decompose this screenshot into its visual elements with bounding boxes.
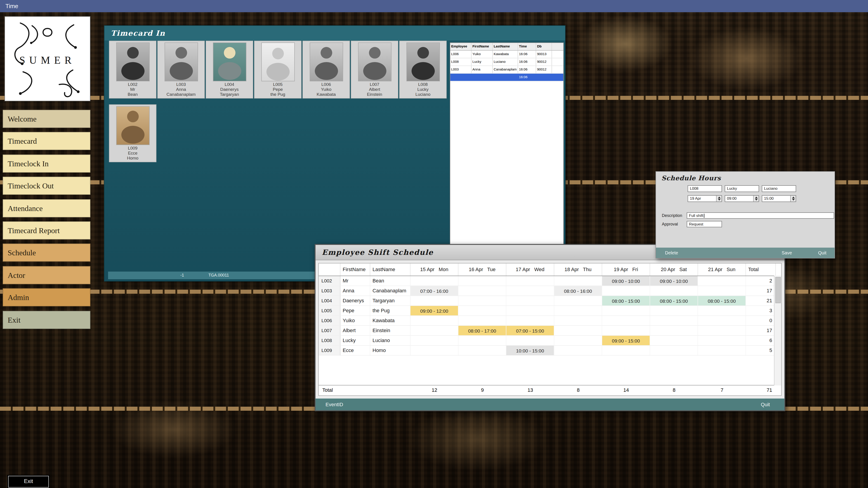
schedule-day-cell[interactable]	[506, 296, 554, 305]
schedule-column-header[interactable]: 19 Apr Fri	[602, 263, 650, 275]
shift-chip[interactable]: 09:00 - 15:00	[602, 336, 650, 345]
schedule-day-cell[interactable]	[458, 286, 506, 295]
schedule-row-header[interactable]: L007	[319, 326, 340, 335]
sidebar-item-welcome[interactable]: Welcome	[3, 110, 90, 128]
schedule-column-header[interactable]: LastName	[370, 263, 410, 275]
schedule-day-cell[interactable]: 08:00 - 15:00	[698, 296, 746, 305]
exit-button[interactable]: Exit	[8, 476, 49, 488]
log-column-header[interactable]: LastName	[493, 43, 518, 50]
spinner-up-down-icon[interactable]	[716, 196, 721, 201]
schedule-day-cell[interactable]: 08:00 - 17:00	[458, 326, 506, 335]
schedule-day-cell[interactable]	[650, 346, 698, 355]
spinner-up-down-icon[interactable]	[790, 196, 796, 201]
log-row[interactable]: L003AnnaCanabanaplam16:0690012	[450, 66, 563, 74]
shift-chip[interactable]: 08:00 - 15:00	[602, 296, 650, 305]
schedule-day-cell[interactable]: 07:00 - 15:00	[506, 326, 554, 335]
schedule-day-cell[interactable]	[602, 346, 650, 355]
schedule-day-cell[interactable]	[602, 286, 650, 295]
log-column-header[interactable]: Employee	[450, 43, 471, 50]
employee-card-l004[interactable]: L004DaenerysTargaryan	[206, 41, 253, 98]
window-titlebar[interactable]: Time	[0, 0, 868, 12]
schedule-day-cell[interactable]	[650, 306, 698, 315]
schedule-day-cell[interactable]: 08:00 - 15:00	[650, 296, 698, 305]
schedule-day-cell[interactable]	[506, 276, 554, 286]
schedule-day-cell[interactable]	[410, 336, 458, 345]
shift-chip[interactable]: 08:00 - 15:00	[650, 296, 698, 305]
shift-chip[interactable]: 07:00 - 15:00	[506, 326, 554, 335]
schedule-quit-button[interactable]: Quit	[761, 398, 770, 410]
schedule-day-cell[interactable]	[650, 316, 698, 325]
schedule-row-header[interactable]: L008	[319, 336, 340, 345]
schedule-day-cell[interactable]	[698, 326, 746, 335]
schedule-day-cell[interactable]	[506, 286, 554, 295]
schedule-day-cell[interactable]	[698, 286, 746, 295]
vertical-scrollbar[interactable]	[774, 275, 781, 385]
sidebar-item-exit[interactable]: Exit	[3, 311, 90, 329]
log-row[interactable]: L006YuikoKawabata16:0690013	[450, 51, 563, 58]
sidebar-item-admin[interactable]: Admin	[3, 288, 90, 306]
approval-field[interactable]: Request	[687, 221, 722, 227]
description-field[interactable]: Full shift	[687, 213, 834, 219]
schedule-day-cell[interactable]	[410, 276, 458, 286]
schedule-column-header[interactable]: 21 Apr Sun	[698, 263, 746, 275]
schedule-day-cell[interactable]: 09:00 - 10:00	[602, 276, 650, 286]
schedule-day-cell[interactable]	[458, 306, 506, 315]
schedule-column-header[interactable]: 17 Apr Wed	[506, 263, 554, 275]
schedule-day-cell[interactable]: 07:00 - 16:00	[410, 286, 458, 295]
schedule-day-cell[interactable]: 10:00 - 15:00	[506, 346, 554, 355]
schedule-day-cell[interactable]	[554, 306, 602, 315]
employee-card-l009[interactable]: L009EcceHomo	[109, 104, 156, 162]
log-column-header[interactable]: Db	[536, 43, 552, 50]
shift-chip[interactable]: 07:00 - 16:00	[410, 286, 458, 295]
save-button[interactable]: Save	[782, 248, 792, 258]
schedule-row-header[interactable]: L004	[319, 296, 340, 305]
employee-card-l005[interactable]: L005Pepethe Pug	[254, 41, 302, 98]
schedule-day-cell[interactable]	[410, 296, 458, 305]
log-column-header[interactable]: FirstName	[471, 43, 493, 50]
schedule-day-cell[interactable]	[554, 276, 602, 286]
spinner-up-down-icon[interactable]	[753, 196, 758, 201]
schedule-day-cell[interactable]	[410, 326, 458, 335]
schedule-day-cell[interactable]	[602, 316, 650, 325]
schedule-day-cell[interactable]	[698, 276, 746, 286]
schedule-day-cell[interactable]: 09:00 - 15:00	[602, 336, 650, 345]
start-time-spinner[interactable]: 09:00	[725, 195, 759, 202]
employee-id-field[interactable]: L008	[688, 185, 722, 192]
schedule-column-header[interactable]: FirstName	[340, 263, 370, 275]
schedule-day-cell[interactable]	[506, 306, 554, 315]
sidebar-item-timeclock-out[interactable]: Timeclock Out	[3, 177, 90, 195]
schedule-day-cell[interactable]	[554, 326, 602, 335]
schedule-day-cell[interactable]	[602, 306, 650, 315]
schedule-day-cell[interactable]	[506, 336, 554, 345]
schedule-day-cell[interactable]	[410, 316, 458, 325]
schedule-row-header[interactable]: L006	[319, 316, 340, 325]
first-name-field[interactable]: Lucky	[725, 185, 759, 192]
schedule-day-cell[interactable]	[458, 296, 506, 305]
schedule-day-cell[interactable]: 08:00 - 15:00	[602, 296, 650, 305]
schedule-day-cell[interactable]	[602, 326, 650, 335]
sidebar-item-schedule[interactable]: Schedule	[3, 244, 90, 262]
schedule-day-cell[interactable]	[458, 276, 506, 286]
schedule-row-header[interactable]: L009	[319, 346, 340, 355]
shift-chip[interactable]: 08:00 - 16:00	[554, 286, 602, 295]
end-time-spinner[interactable]: 15:00	[762, 195, 796, 202]
shift-chip[interactable]: 08:00 - 15:00	[698, 296, 745, 305]
scrollbar-thumb[interactable]	[775, 277, 780, 303]
schedule-day-cell[interactable]	[458, 346, 506, 355]
schedule-day-cell[interactable]	[650, 326, 698, 335]
shift-chip[interactable]: 09:00 - 10:00	[650, 276, 698, 286]
schedule-row-header[interactable]: L002	[319, 276, 340, 286]
last-name-field[interactable]: Luciano	[762, 185, 796, 192]
schedule-row-header[interactable]: L003	[319, 286, 340, 295]
schedule-column-header[interactable]: Total	[746, 263, 776, 275]
sidebar-item-timeclock-in[interactable]: Timeclock In	[3, 155, 90, 173]
schedule-column-header[interactable]	[319, 263, 340, 275]
log-row-selected[interactable]: 16:06	[450, 74, 563, 81]
schedule-day-cell[interactable]	[650, 336, 698, 345]
schedule-day-cell[interactable]	[554, 346, 602, 355]
schedule-day-cell[interactable]	[698, 336, 746, 345]
schedule-day-cell[interactable]: 08:00 - 16:00	[554, 286, 602, 295]
date-spinner[interactable]: 19 Apr	[688, 195, 722, 202]
schedule-day-cell[interactable]: 09:00 - 10:00	[650, 276, 698, 286]
employee-card-l007[interactable]: L007AlbertEinstein	[351, 41, 398, 98]
